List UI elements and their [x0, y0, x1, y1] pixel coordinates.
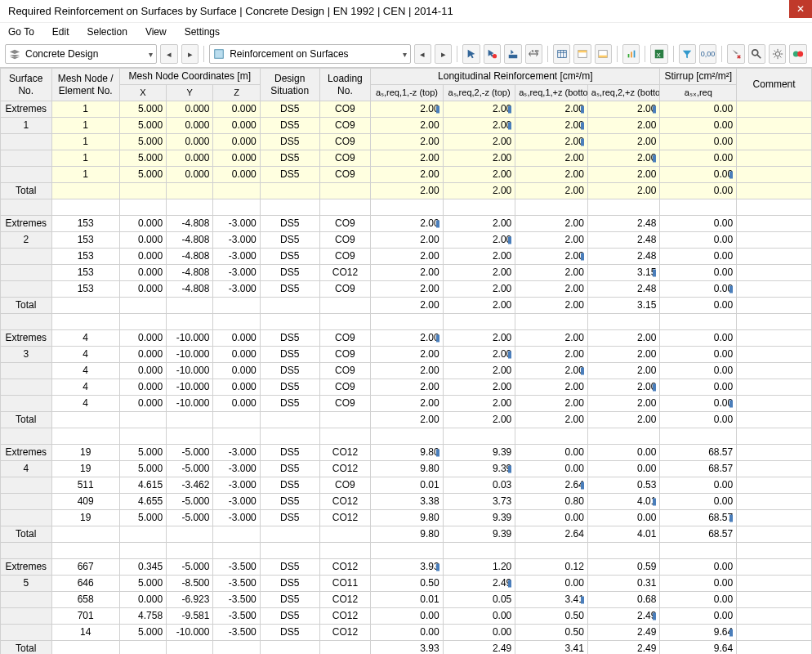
cell[interactable]: 0.12: [515, 559, 588, 576]
cell[interactable]: [51, 641, 119, 655]
cell[interactable]: -5.000: [167, 461, 213, 477]
cell[interactable]: 2.00: [515, 249, 588, 265]
cell[interactable]: 2.00: [515, 232, 588, 249]
cell[interactable]: 2.00: [371, 265, 444, 281]
cell[interactable]: -10.000: [167, 347, 213, 363]
col-sw[interactable]: aₛₓ,req: [660, 85, 737, 101]
cell[interactable]: 19: [51, 445, 119, 461]
cell[interactable]: 2.00: [587, 347, 660, 363]
col-stirrup[interactable]: Stirrup [cm²/m²]: [660, 69, 737, 85]
col-y[interactable]: Y: [167, 85, 213, 101]
cell[interactable]: 0.00: [660, 396, 737, 412]
cell[interactable]: 5.000: [119, 167, 166, 183]
cell[interactable]: -3.000: [213, 249, 260, 265]
cell[interactable]: [737, 526, 812, 543]
cell[interactable]: 68.57: [660, 461, 737, 477]
cell[interactable]: 2.00: [587, 150, 660, 167]
cell[interactable]: 2.00: [443, 330, 515, 347]
cell[interactable]: 0.000: [119, 396, 166, 412]
cell[interactable]: 2.00: [371, 150, 444, 167]
cell[interactable]: 0.50: [515, 625, 588, 641]
cell[interactable]: 2.00: [587, 167, 660, 183]
col-coord[interactable]: Mesh Node Coordinates [m]: [119, 69, 260, 85]
cell[interactable]: 2.00: [443, 379, 515, 396]
cell[interactable]: DS5: [260, 379, 319, 396]
cell[interactable]: CO12: [319, 445, 371, 461]
cell[interactable]: DS5: [260, 576, 319, 592]
cell[interactable]: DS5: [260, 232, 319, 249]
cell[interactable]: 4: [51, 379, 119, 396]
cell[interactable]: 2.00: [587, 118, 660, 134]
cell[interactable]: [51, 412, 119, 428]
cell[interactable]: 2.00: [515, 150, 588, 167]
cell[interactable]: DS5: [260, 510, 319, 526]
cell[interactable]: 153: [51, 232, 119, 249]
cell[interactable]: -10.000: [167, 379, 213, 396]
cell[interactable]: DS5: [260, 167, 319, 183]
cell[interactable]: 1.20: [443, 559, 515, 576]
cell[interactable]: 0.00: [660, 298, 737, 314]
col-long[interactable]: Longitudinal Reinforcement [cm²/m]: [371, 69, 660, 85]
cell[interactable]: 9.39: [443, 526, 515, 543]
col-r3[interactable]: aₛ,req,1,+z (bottom): [515, 85, 588, 101]
cell[interactable]: 511: [51, 477, 119, 494]
cell[interactable]: 0.03: [443, 477, 515, 494]
cell[interactable]: 2.48: [587, 232, 660, 249]
table-row[interactable]: 115.0000.0000.000DS5CO92.002.002.002.000…: [1, 118, 812, 134]
cell[interactable]: DS5: [260, 134, 319, 150]
tb-chart[interactable]: [622, 44, 640, 64]
cell[interactable]: [213, 298, 260, 314]
cell[interactable]: 0.00: [660, 477, 737, 494]
table-row[interactable]: 21530.000-4.808-3.000DS5CO92.002.002.002…: [1, 232, 812, 249]
cell[interactable]: 2.00: [443, 396, 515, 412]
cell[interactable]: DS5: [260, 608, 319, 625]
combo-result[interactable]: Reinforcement on Surfaces ▾: [209, 44, 410, 64]
table-row[interactable]: 40.000-10.0000.000DS5CO92.002.002.002.00…: [1, 363, 812, 379]
menu-view[interactable]: View: [145, 26, 167, 38]
cell[interactable]: [737, 134, 812, 150]
cell[interactable]: 2.00: [443, 249, 515, 265]
cell[interactable]: 2.00: [371, 232, 444, 249]
cell[interactable]: -3.000: [213, 265, 260, 281]
cell[interactable]: [51, 298, 119, 314]
cell[interactable]: 2.00: [587, 379, 660, 396]
cell[interactable]: 9.64: [660, 641, 737, 655]
cell[interactable]: 0.000: [119, 592, 166, 608]
close-button[interactable]: ✕: [789, 0, 812, 18]
cell[interactable]: [167, 412, 213, 428]
cell[interactable]: -10.000: [167, 330, 213, 347]
cell[interactable]: [119, 526, 166, 543]
cell[interactable]: 2.00: [371, 249, 444, 265]
cell[interactable]: [737, 216, 812, 232]
cell[interactable]: 0.000: [167, 167, 213, 183]
cell[interactable]: CO9: [319, 134, 371, 150]
cell[interactable]: -4.808: [167, 232, 213, 249]
col-surface[interactable]: Surface No.: [1, 69, 52, 101]
cell[interactable]: CO9: [319, 216, 371, 232]
cell[interactable]: 19: [51, 461, 119, 477]
cell[interactable]: 153: [51, 216, 119, 232]
cell[interactable]: 5.000: [119, 118, 166, 134]
cell[interactable]: -3.500: [213, 625, 260, 641]
cell[interactable]: 2.00: [371, 412, 444, 428]
cell[interactable]: 2.00: [515, 216, 588, 232]
col-z[interactable]: Z: [213, 85, 260, 101]
cell[interactable]: 19: [51, 510, 119, 526]
cell[interactable]: CO9: [319, 477, 371, 494]
cell[interactable]: [260, 412, 319, 428]
cell[interactable]: 0.000: [213, 379, 260, 396]
cell[interactable]: 0.50: [371, 576, 444, 592]
cell[interactable]: 2.00: [371, 118, 444, 134]
cell[interactable]: 68.57: [660, 526, 737, 543]
cell[interactable]: 2.00: [443, 412, 515, 428]
cell[interactable]: [737, 167, 812, 183]
cell[interactable]: -8.500: [167, 576, 213, 592]
cell[interactable]: 0.000: [119, 232, 166, 249]
cell[interactable]: [737, 101, 812, 118]
cell[interactable]: 2.00: [515, 265, 588, 281]
cell[interactable]: 0.80: [515, 494, 588, 510]
cell[interactable]: 0.00: [515, 445, 588, 461]
cell[interactable]: CO9: [319, 347, 371, 363]
cell[interactable]: [737, 445, 812, 461]
cell[interactable]: [737, 232, 812, 249]
